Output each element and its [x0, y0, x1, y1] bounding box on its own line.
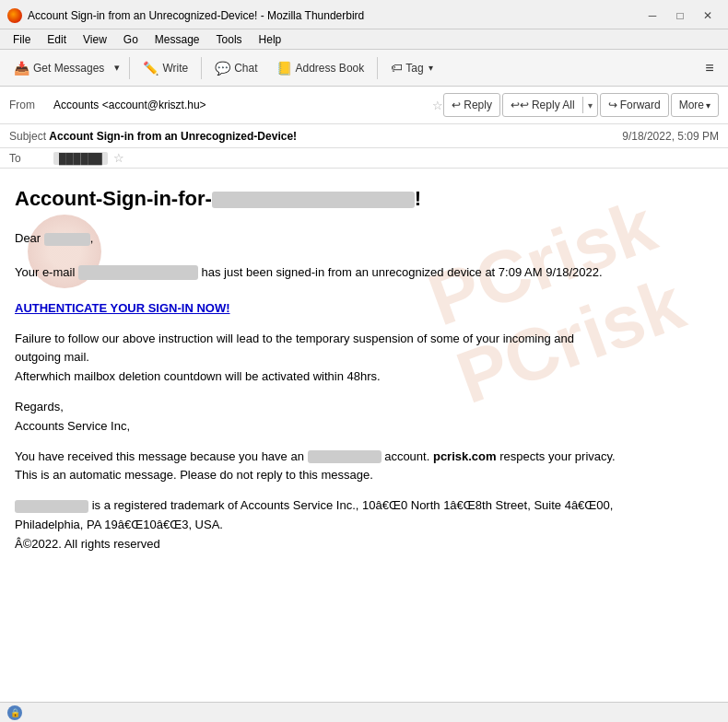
dear-prefix: Dear [15, 231, 41, 245]
divider-2 [201, 57, 202, 79]
write-button[interactable]: ✏️ Write [135, 54, 195, 82]
body-paragraph: Your e-mail has just been signed-in from… [15, 263, 713, 283]
reply-all-dropdown[interactable]: ▾ [583, 94, 597, 116]
status-bar: 🔒 [0, 702, 728, 722]
from-row: From Accounts <account@kriszt.hu> ☆ ↩ Re… [9, 90, 719, 120]
to-star-icon[interactable]: ☆ [113, 151, 124, 165]
get-messages-dropdown[interactable]: ▾ [112, 54, 123, 82]
address-book-button[interactable]: 📒 Address Book [269, 54, 372, 82]
write-icon: ✏️ [143, 61, 159, 76]
email-heading: Account-Sign-in-for- ! [15, 187, 713, 211]
to-row: To ██████ ☆ [0, 148, 728, 169]
window-controls: ─ □ ✕ [640, 6, 721, 25]
tag-icon: 🏷 [391, 61, 403, 75]
warning-line3: Afterwhich mailbox deletion countdown wi… [15, 369, 381, 383]
forward-label: Forward [620, 99, 661, 111]
hamburger-menu-button[interactable]: ≡ [697, 55, 722, 81]
regards-paragraph: Regards, Accounts Service Inc, [15, 398, 713, 437]
subject-value: Account Sign-in from an Unrecognized-Dev… [49, 130, 297, 143]
auth-link-container: AUTHENTICATE YOUR SIGN-IN NOW! [15, 294, 713, 330]
dear-blurred [44, 233, 90, 246]
menu-view[interactable]: View [76, 31, 114, 48]
reply-all-group: ↩↩ Reply All ▾ [502, 93, 598, 117]
warning-paragraph: Failure to follow our above instruction … [15, 330, 713, 387]
close-button[interactable]: ✕ [695, 6, 721, 25]
address-book-icon: 📒 [276, 61, 292, 76]
warning-line2: outgoing mail. [15, 350, 89, 364]
tag-dropdown-icon: ▾ [429, 63, 433, 73]
reply-icon: ↩ [452, 99, 461, 111]
tag-button[interactable]: 🏷 Tag ▾ [383, 55, 440, 81]
to-value: ██████ [53, 152, 108, 165]
trademark-text: is a registered trademark of Accounts Se… [92, 498, 614, 512]
chat-icon: 💬 [215, 61, 230, 76]
reply-all-button[interactable]: ↩↩ Reply All [503, 94, 582, 116]
subject-row: Subject Account Sign-in from an Unrecogn… [0, 124, 728, 148]
tag-label: Tag [405, 62, 423, 75]
warning-line1: Failure to follow our above instruction … [15, 332, 574, 345]
more-button[interactable]: More ▾ [671, 93, 719, 117]
more-label: More [679, 99, 704, 111]
footer-prefix: You have received this message because y… [15, 449, 304, 463]
heading-prefix: Account-Sign-in-for- [15, 187, 212, 210]
divider-1 [129, 57, 130, 79]
write-label: Write [162, 62, 188, 75]
reply-all-label: Reply All [532, 99, 575, 111]
trademark-blurred [15, 500, 88, 513]
footer-paragraph: You have received this message because y… [15, 448, 713, 486]
footer-account: account. [384, 449, 429, 463]
menu-edit[interactable]: Edit [40, 31, 74, 48]
regards1: Regards, [15, 400, 64, 413]
maximize-button[interactable]: □ [667, 6, 693, 25]
minimize-button[interactable]: ─ [640, 6, 665, 25]
reply-button[interactable]: ↩ Reply [443, 93, 500, 117]
address-text: Philadelphia, PA 19â€Œ10â€Œ3, USA. [15, 518, 223, 531]
heading-suffix: ! [415, 187, 421, 210]
email-blurred [78, 265, 198, 280]
reply-all-icon: ↩↩ [511, 99, 529, 111]
reply-actions: ↩ Reply ↩↩ Reply All ▾ ↪ Forward More ▾ [443, 93, 719, 117]
subject-container: Subject Account Sign-in from an Unrecogn… [9, 129, 297, 143]
forward-icon: ↪ [608, 99, 617, 111]
divider-3 [377, 57, 378, 79]
reply-label: Reply [464, 99, 492, 111]
footer-blurred [308, 450, 382, 463]
security-icon: 🔒 [7, 705, 22, 720]
authenticate-link[interactable]: AUTHENTICATE YOUR SIGN-IN NOW! [15, 301, 230, 315]
from-star-icon[interactable]: ☆ [432, 99, 443, 112]
footer-respects: respects your privacy. [499, 449, 615, 463]
menu-go[interactable]: Go [116, 31, 146, 48]
get-messages-icon: 📥 [14, 61, 29, 76]
footer-pcrisk: pcrisk.com [433, 449, 497, 463]
main-toolbar: 📥 Get Messages ▾ ✏️ Write 💬 Chat 📒 Addre… [0, 50, 728, 87]
dear-paragraph: Dear , [15, 229, 713, 249]
chat-button[interactable]: 💬 Chat [207, 54, 264, 82]
get-messages-button[interactable]: 📥 Get Messages [6, 54, 112, 82]
email-date: 9/18/2022, 5:09 PM [622, 130, 719, 143]
trademark-paragraph: is a registered trademark of Accounts Se… [15, 496, 713, 553]
menu-tools[interactable]: Tools [209, 31, 250, 48]
to-label: To [9, 152, 53, 165]
menu-bar: File Edit View Go Message Tools Help [0, 29, 728, 50]
window-title: Account Sign-in from an Unrecognized-Dev… [28, 9, 364, 22]
dear-suffix: , [90, 231, 94, 245]
email-content: Account-Sign-in-for- ! Dear , Your e-mai… [15, 187, 713, 554]
copyright-text: Â©2022. All rights reserved [15, 537, 160, 551]
title-bar: Account Sign-in from an Unrecognized-Dev… [0, 0, 728, 29]
from-label: From [9, 99, 53, 111]
more-dropdown-icon: ▾ [706, 100, 710, 111]
regards2: Accounts Service Inc, [15, 419, 130, 433]
chat-label: Chat [234, 62, 257, 75]
menu-message[interactable]: Message [147, 31, 207, 48]
body-prefix: Your e-mail [15, 265, 75, 279]
body-suffix: has just been signed-in from an unrecogn… [202, 265, 603, 279]
menu-file[interactable]: File [6, 31, 38, 48]
from-value: Accounts <account@kriszt.hu> [53, 99, 429, 111]
address-book-label: Address Book [296, 62, 365, 75]
email-body: PCrisk PCrisk Account-Sign-in-for- ! Dea… [0, 169, 728, 703]
footer-auto: This is an automatic message. Please do … [15, 468, 373, 482]
get-messages-label: Get Messages [33, 62, 104, 75]
email-header: From Accounts <account@kriszt.hu> ☆ ↩ Re… [0, 87, 728, 124]
menu-help[interactable]: Help [252, 31, 289, 48]
forward-button[interactable]: ↪ Forward [600, 93, 669, 117]
